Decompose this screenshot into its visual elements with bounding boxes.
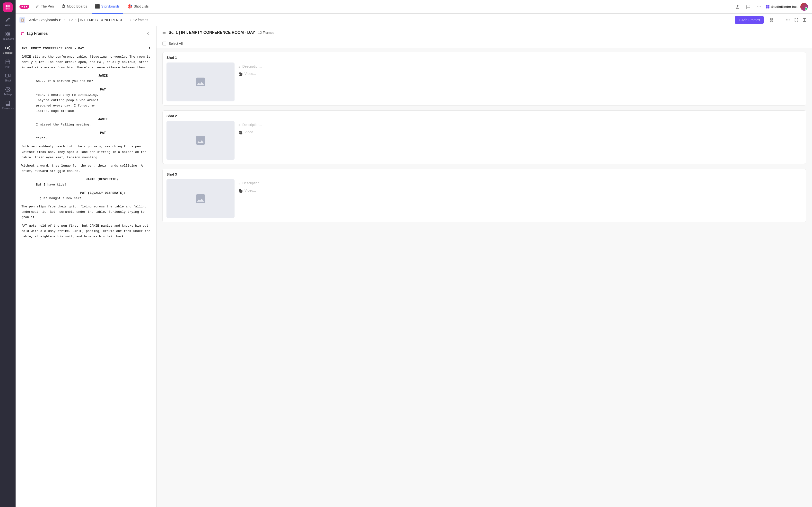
version-badge[interactable]: v 1 ▾: [19, 5, 29, 9]
tag-icon: 🏷: [20, 32, 24, 36]
svg-rect-0: [6, 5, 7, 7]
content-area: 🏷 Tag Frames INT. EMPTY CONFERENCE ROOM …: [15, 26, 812, 507]
sidebar-item-breakdown[interactable]: Breakdown: [0, 29, 15, 43]
top-navigation: v 1 ▾ 🖊 The Pen 🖼 Mood Boards ⬛ Storyboa…: [15, 0, 812, 14]
chevron-down-icon: ▾: [59, 18, 61, 22]
select-all-checkbox[interactable]: [162, 42, 166, 46]
svg-rect-5: [8, 32, 10, 34]
share-button[interactable]: [734, 3, 742, 11]
dialogue-block-4: PAT Yikes.: [21, 130, 150, 141]
dialogue-block-3: JAMIE I missed the Pelling meeting.: [21, 117, 150, 127]
breadcrumb-active-section[interactable]: Active Storyboards ▾: [27, 17, 62, 23]
action-line-4: The pen slips from their grip, flying ac…: [21, 204, 150, 220]
sidebar-visualize-label: Visualize: [3, 52, 13, 54]
shot-3-meta: ≡ Description... 🎥 Video...: [238, 179, 262, 218]
svg-rect-26: [772, 20, 773, 21]
shot-2-description[interactable]: ≡ Description...: [238, 123, 262, 127]
more-view-button[interactable]: •••: [784, 16, 792, 23]
breadcrumb-separator: ›: [64, 18, 66, 22]
dialogue-block-5: JAMIE (DESPERATE): But I have kids!: [21, 177, 150, 187]
script-content: INT. EMPTY CONFERENCE ROOM - DAY 1 JAMIE…: [15, 41, 156, 507]
list-view-button[interactable]: [776, 16, 783, 23]
tab-shot-lists-label: Shot Lists: [134, 4, 148, 8]
mood-boards-icon: 🖼: [61, 4, 65, 8]
svg-rect-21: [766, 7, 768, 8]
description-icon: ≡: [238, 65, 240, 69]
shot-3-description[interactable]: ≡ Description...: [238, 181, 262, 185]
add-frames-button[interactable]: + Add Frames: [735, 16, 764, 24]
svg-rect-23: [770, 18, 771, 20]
svg-rect-25: [770, 20, 771, 21]
storyboards-icon: ⬛: [95, 4, 100, 9]
main-area: v 1 ▾ 🖊 The Pen 🖼 Mood Boards ⬛ Storyboa…: [15, 0, 812, 507]
app-logo[interactable]: [3, 2, 13, 12]
tab-the-pen[interactable]: 🖊 The Pen: [32, 0, 57, 14]
sidebar-item-shoot[interactable]: Shoot: [0, 70, 15, 84]
sidebar-item-visualize[interactable]: Visualize: [0, 43, 15, 57]
description-icon-3: ≡: [238, 182, 240, 185]
frames-list: Shot 1 ≡ Description...: [157, 48, 812, 226]
shot-1-description[interactable]: ≡ Description...: [238, 64, 262, 69]
collapse-panel-button[interactable]: [145, 30, 151, 37]
tab-shot-lists[interactable]: 🎯 Shot Lists: [124, 0, 152, 14]
action-line-5: PAT gets hold of the pen first, but JAMI…: [21, 223, 150, 239]
shot-card-1: Shot 1 ≡ Description...: [162, 52, 806, 106]
grid-view-button[interactable]: [768, 16, 775, 23]
select-all-row: Select All: [157, 39, 812, 48]
breadcrumb-separator-2: ›: [130, 18, 131, 22]
frames-panel: ☰ Sc. 1 | INT. EMPTY CONFERENCE ROOM - D…: [157, 26, 812, 507]
select-all-label[interactable]: Select All: [169, 42, 183, 46]
tab-storyboards[interactable]: ⬛ Storyboards: [91, 0, 123, 14]
sidebar-item-settings[interactable]: Settings: [0, 84, 15, 98]
sidebar-plan-label: Plan: [5, 65, 10, 68]
view-buttons: •••: [768, 16, 808, 23]
jamie-line-2: I missed the Pelling meeting.: [36, 122, 150, 127]
shot-2-thumbnail[interactable]: [167, 121, 235, 160]
jamie-line-1: So... it's between you and me?: [36, 78, 150, 84]
columns-view-button[interactable]: [801, 16, 808, 23]
svg-rect-3: [8, 7, 10, 9]
shot-3-thumbnail[interactable]: [167, 179, 235, 218]
character-pat-2: PAT: [55, 130, 150, 136]
tab-mood-boards[interactable]: 🖼 Mood Boards: [58, 0, 90, 14]
shot-3-video[interactable]: 🎥 Video...: [238, 188, 262, 193]
character-pat-1: PAT: [55, 87, 150, 93]
pat-line-2: Yikes.: [36, 136, 150, 141]
character-jamie-1: JAMIE: [55, 73, 150, 78]
nav-actions: StudioBinder Inc.: [734, 3, 808, 11]
character-jamie-2: JAMIE: [55, 117, 150, 122]
sidebar-shoot-label: Shoot: [5, 79, 11, 82]
svg-rect-1: [8, 5, 10, 7]
action-line-3: Without a word, they lunge for the pen, …: [21, 163, 150, 174]
scene-heading: INT. EMPTY CONFERENCE ROOM - DAY 1: [21, 46, 150, 51]
shot-3-label: Shot 3: [163, 169, 806, 176]
user-avatar[interactable]: [800, 3, 808, 11]
more-button[interactable]: [755, 3, 763, 11]
sidebar-breakdown-label: Breakdown: [2, 38, 14, 40]
shot-1-thumbnail[interactable]: [167, 62, 235, 101]
sidebar-item-write[interactable]: Write: [0, 15, 15, 29]
svg-point-17: [759, 7, 759, 7]
fit-view-button[interactable]: [793, 16, 800, 23]
character-pat-desperate: PAT (EQUALLY DESPERATE):: [55, 190, 150, 196]
svg-rect-7: [8, 35, 10, 36]
shot-1-video[interactable]: 🎥 Video...: [238, 72, 262, 76]
svg-rect-19: [766, 5, 768, 7]
svg-rect-2: [6, 7, 7, 9]
shot-card-2: Shot 2 ≡ Description...: [162, 110, 806, 164]
frames-scene-title: Sc. 1 | INT. EMPTY CONFERENCE ROOM - DAY: [169, 31, 255, 35]
sidebar-item-resources[interactable]: Resources: [0, 98, 15, 112]
svg-rect-20: [768, 5, 769, 7]
svg-point-16: [758, 7, 758, 7]
breadcrumb-scene[interactable]: Sc. 1 | INT. EMPTY CONFERENCE...: [67, 17, 128, 23]
dialogue-block-2: PAT Yeah, I heard they're downsizing.The…: [21, 87, 150, 114]
comment-button[interactable]: [744, 3, 752, 11]
sidebar-item-plan[interactable]: Plan: [0, 57, 15, 70]
action-line-2: Both men suddenly reach into their pocke…: [21, 144, 150, 160]
svg-point-8: [7, 47, 8, 49]
shot-1-meta: ≡ Description... 🎥 Video...: [238, 62, 262, 101]
shot-1-label: Shot 1: [163, 52, 806, 60]
shot-2-video[interactable]: 🎥 Video...: [238, 130, 262, 134]
studio-label: StudioBinder Inc.: [771, 5, 797, 8]
svg-rect-22: [768, 7, 769, 8]
